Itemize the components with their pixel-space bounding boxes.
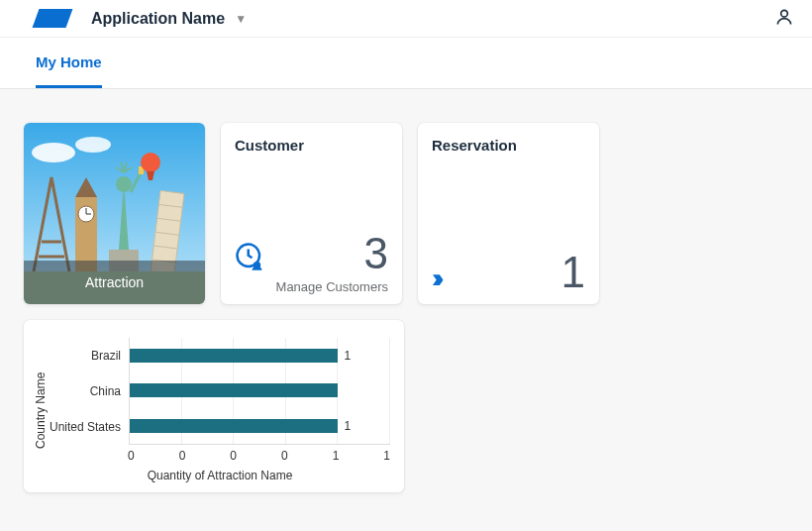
chart-bar-row: 1: [130, 415, 390, 437]
app-logo: [33, 9, 73, 28]
customer-clock-icon: [235, 242, 264, 275]
chart-xtick: 1: [333, 449, 340, 463]
customer-count: 3: [364, 232, 388, 275]
chart-xtick: 0: [230, 449, 237, 463]
app-header: Application Name ▼: [0, 0, 812, 38]
card-attraction[interactable]: Attraction: [24, 123, 205, 304]
chart-ytick: Brazil: [50, 345, 121, 367]
tab-label: My Home: [36, 53, 102, 70]
svg-point-0: [781, 10, 788, 17]
chart-xtick: 1: [383, 449, 390, 463]
tab-my-home[interactable]: My Home: [36, 38, 102, 88]
chevrons-right-icon: ››: [432, 263, 439, 294]
chart-bar: [130, 419, 338, 433]
chart-xtick: 0: [128, 449, 135, 463]
card-customer[interactable]: Customer 3 Manage Customers: [221, 123, 402, 304]
content-area: Attraction Customer 3 Manage Customers: [0, 89, 812, 526]
chart-plot: 11: [129, 338, 390, 445]
caret-down-icon: ▼: [235, 12, 247, 26]
attraction-caption: Attraction: [24, 261, 205, 304]
card-reservation[interactable]: Reservation ›› 1: [418, 123, 599, 304]
svg-point-3: [75, 137, 111, 153]
user-icon[interactable]: [774, 7, 794, 31]
customer-footer: Manage Customers: [235, 279, 388, 294]
chart-ylabel: Country Name: [32, 338, 50, 482]
chart-bar-label: 1: [344, 349, 351, 363]
app-name-label: Application Name: [91, 10, 225, 28]
chart-bar: [130, 349, 338, 363]
chart-xtick: 0: [179, 449, 186, 463]
card-title: Customer: [235, 137, 388, 154]
chart-ytick: China: [50, 380, 121, 402]
svg-point-11: [116, 176, 132, 192]
app-name-dropdown[interactable]: Application Name ▼: [91, 10, 247, 28]
card-title: Reservation: [432, 137, 585, 154]
reservation-count: 1: [561, 251, 585, 294]
chart-bar-label: 1: [344, 419, 351, 433]
svg-point-2: [32, 143, 75, 162]
chart-ytick: United States: [50, 416, 121, 438]
chart-xtick: 0: [281, 449, 288, 463]
chart-xlabel: Quantity of Attraction Name: [50, 469, 390, 482]
chart-yticks: BrazilChinaUnited States: [50, 338, 129, 445]
chart-bar: [130, 383, 338, 397]
card-chart: Country Name BrazilChinaUnited States 11…: [24, 320, 404, 492]
tab-bar: My Home: [0, 38, 812, 89]
chart-bar-row: 1: [130, 345, 390, 367]
chart-xticks: 000011: [128, 449, 390, 463]
chart-bar-row: [130, 379, 390, 401]
svg-point-14: [141, 153, 160, 172]
